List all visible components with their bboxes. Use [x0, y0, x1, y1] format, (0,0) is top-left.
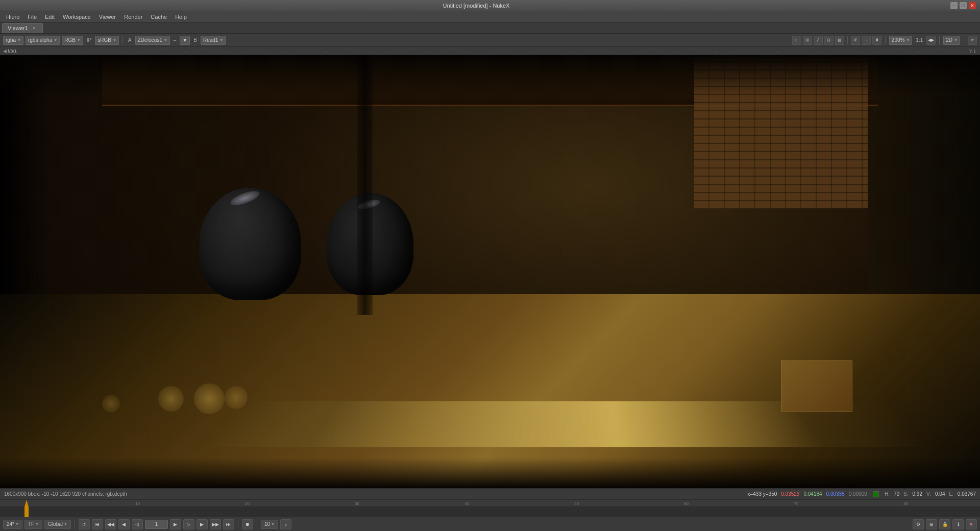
- viewer-full-btn[interactable]: ⊞: [926, 519, 937, 529]
- viewer-close-btn[interactable]: ✕: [966, 519, 977, 529]
- viewer-btn-1[interactable]: □: [792, 36, 801, 45]
- alpha-channel-arrow: ▼: [54, 38, 57, 42]
- garbage-bag-left: [199, 188, 301, 300]
- viewer-lock-btn[interactable]: 🔒: [939, 519, 950, 529]
- record-btn[interactable]: ⏺: [242, 519, 253, 529]
- ruler-x: ◀ f/8/1 Y 1: [0, 47, 980, 55]
- menu-item-viewer[interactable]: Viewer: [95, 13, 120, 21]
- tl-frame-50: 50: [574, 501, 579, 506]
- menu-item-file[interactable]: File: [23, 13, 41, 21]
- toolbar-sep-paint: [964, 36, 964, 44]
- status-bar: 1600x900 bbox: -10 -10 1620 920 channels…: [0, 488, 980, 499]
- color-swatch: [873, 491, 879, 497]
- status-a-value: 0.00000: [849, 491, 867, 497]
- status-s-label: S:: [903, 491, 908, 497]
- current-frame-input[interactable]: [145, 520, 168, 529]
- step-dropdown[interactable]: 10 ▼: [261, 520, 278, 529]
- node-b-arrow: ▼: [219, 38, 223, 42]
- node-b-dropdown[interactable]: Read1 ▼: [201, 36, 226, 45]
- viewer-btn-rewind[interactable]: ↺: [851, 36, 860, 45]
- viewer-settings-btn[interactable]: ⚙: [913, 519, 924, 529]
- audio-btn[interactable]: ♪: [280, 519, 291, 529]
- viewer-btn-pause[interactable]: ⏸: [872, 36, 881, 45]
- bokeh-4: [102, 395, 120, 413]
- fps-arrow: ▼: [15, 522, 19, 526]
- status-g-value: 0.04184: [803, 491, 822, 497]
- prev-anim-btn[interactable]: ◀◀: [105, 519, 116, 529]
- viewer-btn-2[interactable]: ⊞: [803, 36, 812, 45]
- close-button[interactable]: ✕: [969, 2, 976, 9]
- node-a-extra-dropdown[interactable]: ▼: [180, 36, 190, 45]
- menu-item-workspace[interactable]: Workspace: [59, 13, 95, 21]
- channel-mode-arrow: ▼: [17, 38, 21, 42]
- viewer-tab[interactable]: Viewer1 ×: [2, 23, 43, 33]
- tf-dropdown[interactable]: TF ▼: [24, 520, 42, 529]
- timeline[interactable]: 1 10 20 30 40 50 60 70 80: [0, 499, 980, 517]
- toolbar-sep-2d: [939, 36, 940, 44]
- minimize-button[interactable]: ─: [950, 2, 958, 9]
- ruler-x-line: [21, 51, 977, 52]
- viewer-canvas[interactable]: [0, 55, 980, 488]
- toolbar-separator-1: [122, 36, 123, 44]
- fps-dropdown[interactable]: 24* ▼: [3, 520, 22, 529]
- status-b-value: 0.00335: [826, 491, 845, 497]
- bokeh-3: [225, 386, 248, 409]
- step-back-btn[interactable]: ◁: [132, 519, 143, 529]
- channel-mode-dropdown[interactable]: rgba ▼: [3, 36, 23, 45]
- menu-item-cache[interactable]: Cache: [146, 13, 171, 21]
- bokeh-1: [158, 386, 184, 412]
- tab-close-button[interactable]: ×: [31, 25, 37, 31]
- toolbar-sep-zoom: [885, 36, 886, 44]
- viewer-btn-diag[interactable]: ╱: [814, 36, 823, 45]
- menu-item-hiero[interactable]: Hiero: [2, 13, 23, 21]
- cs-in-arrow: ▼: [77, 38, 81, 42]
- status-v-value: 0.04: [935, 491, 945, 497]
- transport-sep-2: [238, 520, 238, 528]
- viewer-btn-compare[interactable]: ▤: [835, 36, 844, 45]
- zoom-arrow: ▼: [906, 38, 910, 42]
- title-bar: Untitled [modified] - NukeX ─ □ ✕: [0, 0, 980, 11]
- menu-item-render[interactable]: Render: [120, 13, 146, 21]
- next-anim-btn[interactable]: ▶▶: [210, 519, 221, 529]
- tl-frame-60: 60: [684, 501, 689, 506]
- zoom-dropdown[interactable]: 200% ▼: [889, 36, 913, 45]
- menu-item-edit[interactable]: Edit: [41, 13, 59, 21]
- alpha-channel-dropdown[interactable]: rgba.alpha ▼: [26, 36, 60, 45]
- next-frame-btn[interactable]: ▶: [197, 519, 208, 529]
- viewer-btn-grid[interactable]: ⊟: [824, 36, 834, 45]
- step-fwd-btn[interactable]: ▷: [183, 519, 194, 529]
- menu-bar: HieroFileEditWorkspaceViewerRenderCacheH…: [0, 11, 980, 22]
- f-label: ◀: [3, 49, 8, 54]
- status-r-value: 0.03529: [781, 491, 799, 497]
- transport-sep-1: [75, 520, 75, 528]
- viewer-toolbar: rgba ▼ rgba.alpha ▼ RGB ▼ IP sRGB ▼ A ZD…: [0, 34, 980, 47]
- first-frame-btn[interactable]: ⏮: [92, 519, 103, 529]
- color-space-in-dropdown[interactable]: RGB ▼: [62, 36, 83, 45]
- dash-label: –: [172, 37, 178, 43]
- a-label: A: [127, 37, 133, 43]
- prev-frame-btn[interactable]: ◀: [118, 519, 130, 529]
- tl-frame-30: 30: [355, 501, 359, 506]
- expand-btn[interactable]: ◀▶: [926, 36, 936, 45]
- tf-arrow: ▼: [35, 522, 39, 526]
- timeline-bar[interactable]: [0, 507, 980, 517]
- cs-out-arrow: ▼: [113, 38, 116, 42]
- view-mode-dropdown[interactable]: 2D ▼: [943, 36, 960, 45]
- tl-frame-10: 10: [135, 501, 140, 506]
- menu-item-help[interactable]: Help: [171, 13, 191, 21]
- last-frame-btn[interactable]: ⏭: [223, 519, 234, 529]
- global-arrow: ▼: [64, 522, 67, 526]
- paint-btn[interactable]: ✏: [968, 36, 977, 45]
- viewer-info-btn[interactable]: ℹ: [952, 519, 964, 529]
- loop-btn[interactable]: ↺: [79, 519, 90, 529]
- maximize-button[interactable]: □: [960, 2, 967, 9]
- global-dropdown[interactable]: Global ▼: [44, 520, 71, 529]
- cardboard-box: [781, 360, 852, 412]
- viewer-right-controls: □ ⊞ ╱ ⊟ ▤ ↺ ⋯ ⏸: [792, 36, 881, 45]
- color-space-out-dropdown[interactable]: sRGB ▼: [95, 36, 119, 45]
- step-arrow: ▼: [271, 522, 275, 526]
- play-fwd-btn[interactable]: ▶: [170, 519, 181, 529]
- tl-frame-40: 40: [464, 501, 469, 506]
- node-a-dropdown[interactable]: ZDefocus1 ▼: [135, 36, 170, 45]
- viewer-btn-aa[interactable]: ⋯: [862, 36, 871, 45]
